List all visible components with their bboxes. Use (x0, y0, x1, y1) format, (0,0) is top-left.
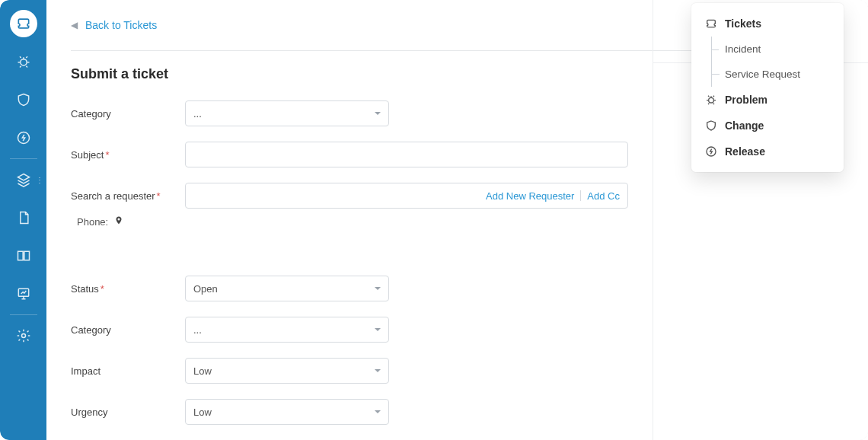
nav-problems[interactable] (0, 43, 46, 81)
add-cc-link[interactable]: Add Cc (587, 190, 620, 202)
select-urgency[interactable]: Low (185, 399, 389, 425)
nav-changes[interactable] (0, 81, 46, 119)
label-urgency: Urgency (71, 407, 185, 418)
dd-change[interactable]: Change (691, 113, 844, 139)
dd-label: Service Request (725, 69, 800, 80)
bug-icon (16, 54, 31, 69)
dd-service-request[interactable]: Service Request (691, 62, 844, 87)
nav-divider (10, 158, 37, 159)
label-phone: Phone: (77, 216, 108, 228)
presentation-icon (16, 286, 31, 301)
label-status: Status* (71, 283, 185, 295)
create-type-dropdown: Tickets Incident Service Request Problem… (691, 3, 844, 172)
left-nav: ⋮ (0, 0, 46, 440)
nav-more-indicator-icon: ⋮ (36, 176, 43, 184)
nav-contracts[interactable] (0, 199, 46, 237)
nav-tickets[interactable] (0, 5, 46, 43)
dd-incident[interactable]: Incident (691, 37, 844, 62)
layers-icon (16, 172, 31, 187)
select-value: ... (193, 324, 202, 336)
select-impact[interactable]: Low (185, 358, 389, 384)
label-requester: Search a requester* (71, 190, 185, 202)
back-label: Back to Tickets (85, 19, 157, 31)
dd-release[interactable]: Release (691, 139, 844, 164)
book-icon (16, 248, 31, 263)
nav-divider-2 (10, 314, 37, 315)
svg-point-3 (21, 334, 25, 338)
nav-solutions[interactable] (0, 237, 46, 275)
label-category: Category (71, 324, 185, 336)
nav-reports[interactable] (0, 275, 46, 313)
dd-problem[interactable]: Problem (691, 87, 844, 113)
select-value: Low (193, 365, 212, 377)
ticket-icon (705, 18, 717, 30)
shield-icon (16, 92, 31, 107)
bolt-icon (16, 130, 31, 145)
back-caret-icon: ◀ (71, 20, 78, 30)
dd-label: Problem (725, 94, 767, 106)
select-value: Open (193, 283, 218, 295)
svg-point-4 (709, 97, 714, 103)
nav-admin[interactable] (0, 317, 46, 355)
dd-label: Change (725, 120, 764, 132)
gear-icon (16, 328, 31, 343)
nav-releases[interactable] (0, 119, 46, 157)
nav-inventory[interactable]: ⋮ (0, 161, 46, 199)
divider (580, 190, 581, 201)
input-subject[interactable] (185, 142, 628, 167)
dd-label: Tickets (725, 18, 761, 30)
shield-icon (705, 120, 717, 132)
add-new-requester-link[interactable]: Add New Requester (486, 190, 574, 202)
svg-point-0 (20, 59, 26, 65)
dd-tickets[interactable]: Tickets (691, 11, 844, 37)
main-area: ◀ Back to Tickets Cancel Save ▼ (46, 0, 868, 440)
bolt-icon (705, 145, 717, 158)
label-category-top: Category (71, 108, 185, 120)
dd-label: Incident (725, 43, 761, 55)
select-value: Low (193, 407, 212, 418)
label-impact: Impact (71, 365, 185, 377)
bug-icon (705, 94, 717, 106)
label-subject: Subject* (71, 149, 185, 161)
location-pin-icon (114, 215, 123, 228)
back-to-tickets-link[interactable]: ◀ Back to Tickets (71, 19, 157, 31)
ticket-icon (16, 16, 31, 31)
select-status[interactable]: Open (185, 276, 389, 301)
select-category-top[interactable]: ... (185, 100, 389, 126)
document-icon (16, 210, 31, 225)
input-requester[interactable]: Add New Requester Add Cc (185, 183, 628, 209)
select-category[interactable]: ... (185, 317, 389, 343)
dd-label: Release (725, 145, 765, 158)
select-value: ... (193, 108, 202, 120)
